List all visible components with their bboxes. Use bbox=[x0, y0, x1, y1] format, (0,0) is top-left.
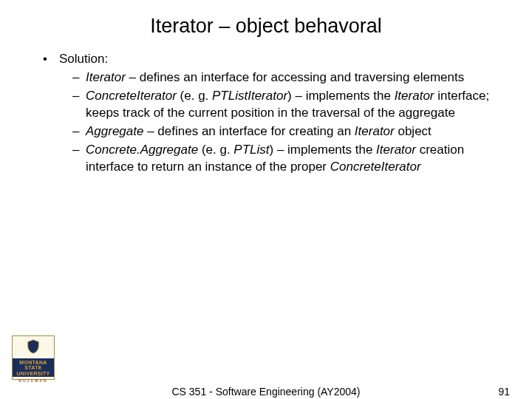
slide: Iterator – object behavoral Solution: It… bbox=[0, 0, 532, 399]
term: Concrete.Aggregate bbox=[86, 143, 198, 157]
solution-item: Solution: Iterator – defines an interfac… bbox=[37, 51, 495, 176]
term: Aggregate bbox=[86, 124, 143, 138]
text: – defines an interface for accessing and… bbox=[126, 70, 464, 84]
bullet-concrete-iterator: ConcreteIterator (e. g. PTListIterator) … bbox=[72, 88, 495, 122]
logo-line1: MONTANA bbox=[13, 360, 54, 365]
term: Iterator bbox=[86, 70, 126, 84]
bullet-concrete-aggregate: Concrete.Aggregate (e. g. PTList) – impl… bbox=[72, 142, 495, 176]
slide-body: Solution: Iterator – defines an interfac… bbox=[0, 45, 532, 176]
text: object bbox=[395, 124, 432, 138]
logo-text: MONTANA STATE UNIVERSITY bbox=[13, 358, 54, 377]
text: – defines an interface for creating an bbox=[143, 124, 354, 138]
logo-line2: STATE UNIVERSITY bbox=[13, 365, 54, 376]
term: Iterator bbox=[395, 89, 434, 103]
term: Iterator bbox=[376, 143, 416, 157]
text: ) – implements the bbox=[287, 89, 395, 103]
footer-course: CS 351 - Software Engineering (AY2004) bbox=[0, 386, 532, 398]
logo-bozeman: BOZEMAN bbox=[13, 377, 54, 383]
term: ConcreteIterator bbox=[330, 160, 421, 174]
bullet-aggregate: Aggregate – defines an interface for cre… bbox=[72, 123, 495, 140]
shield-icon bbox=[25, 338, 41, 355]
example: PTListIterator bbox=[212, 89, 287, 103]
text: (e. g. bbox=[177, 89, 212, 103]
page-number: 91 bbox=[498, 386, 510, 398]
term: Iterator bbox=[355, 124, 395, 138]
university-logo: MONTANA STATE UNIVERSITY BOZEMAN bbox=[12, 335, 55, 380]
text: (e. g. bbox=[198, 143, 233, 157]
term: ConcreteIterator bbox=[86, 89, 177, 103]
text: ) – implements the bbox=[270, 143, 377, 157]
solution-label: Solution: bbox=[59, 52, 108, 66]
slide-title: Iterator – object behavoral bbox=[0, 0, 532, 45]
bullet-iterator: Iterator – defines an interface for acce… bbox=[72, 69, 495, 86]
example: PTList bbox=[233, 143, 269, 157]
